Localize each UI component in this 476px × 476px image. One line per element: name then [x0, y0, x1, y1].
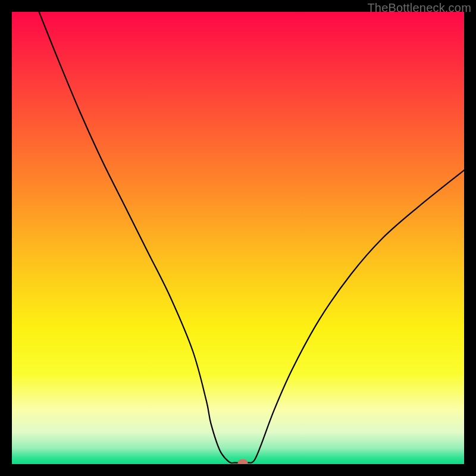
- optimal-point-marker: [237, 459, 248, 464]
- heat-gradient: [12, 12, 464, 464]
- svg-rect-0: [12, 12, 464, 464]
- attribution-label: TheBottleneck.com: [367, 1, 471, 15]
- plot-area: [12, 12, 464, 464]
- chart-stage: TheBottleneck.com: [0, 0, 476, 476]
